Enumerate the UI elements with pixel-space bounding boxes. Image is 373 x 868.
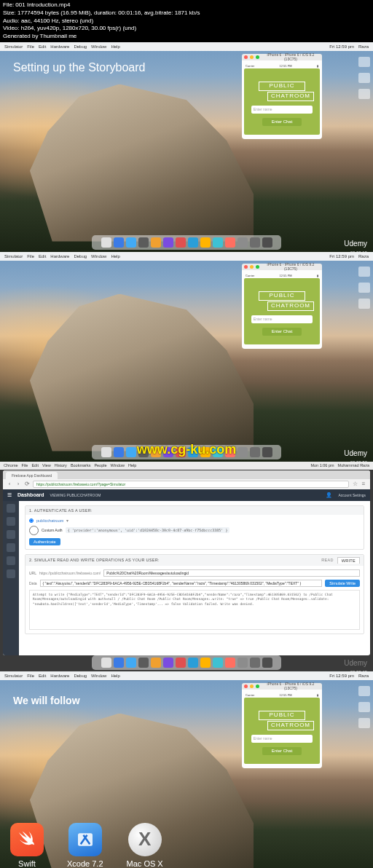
user-icon[interactable]: 👤	[326, 492, 332, 498]
menu-file[interactable]: File	[27, 44, 34, 49]
sidebar-item[interactable]	[7, 517, 15, 526]
enter-chat-button[interactable]: Enter Chat	[262, 328, 301, 336]
name-input[interactable]: Enter name	[251, 315, 313, 323]
sidebar-item[interactable]	[7, 530, 15, 539]
menu-debug[interactable]: Debug	[74, 254, 87, 259]
star-icon[interactable]: ☆	[352, 481, 358, 487]
desktop-file-icon[interactable]	[358, 267, 370, 277]
zoom-icon[interactable]	[256, 684, 259, 688]
zoom-icon[interactable]	[256, 55, 259, 59]
read-tab[interactable]: READ	[318, 557, 337, 563]
desktop-file-icon[interactable]	[358, 718, 370, 728]
dock-app-icon[interactable]	[188, 658, 198, 668]
dock-app-icon[interactable]	[101, 237, 111, 248]
dock-app-icon[interactable]	[262, 237, 272, 248]
dock-app-icon[interactable]	[237, 447, 248, 457]
dock-app-icon[interactable]	[200, 237, 211, 248]
back-icon[interactable]: ‹	[7, 481, 12, 487]
radio-input[interactable]	[29, 518, 34, 523]
dock-app-icon[interactable]	[114, 447, 124, 457]
dock-app-icon[interactable]	[126, 658, 136, 668]
dock-app-icon[interactable]	[237, 237, 248, 248]
menu-help[interactable]: Help	[111, 254, 119, 259]
dock-app-icon[interactable]	[101, 447, 111, 457]
menu-icon[interactable]: ≡	[361, 481, 366, 487]
radio-input[interactable]	[29, 526, 39, 535]
name-input[interactable]: Enter name	[251, 735, 313, 743]
dock-app-icon[interactable]	[200, 658, 211, 668]
dock-app-icon[interactable]	[151, 237, 161, 248]
menu-window[interactable]: Window	[91, 254, 106, 259]
desktop-file-icon[interactable]	[358, 702, 370, 712]
dock-app-icon[interactable]	[225, 237, 235, 248]
close-icon[interactable]	[244, 55, 248, 59]
mac-menubar[interactable]: Chrome File Edit View History Bookmarks …	[0, 462, 373, 470]
menu-app[interactable]: Simulator	[4, 674, 23, 678]
dock-app-icon[interactable]	[114, 658, 124, 668]
dock-app-icon[interactable]	[250, 447, 260, 457]
mac-menubar[interactable]: Simulator File Edit Hardware Debug Windo…	[0, 42, 373, 51]
url-input[interactable]: https://publicchatroom.firebaseio.com/?p…	[33, 481, 349, 488]
menu-edit[interactable]: Edit	[39, 674, 46, 678]
name-input[interactable]: Enter name	[251, 106, 313, 114]
account-settings-link[interactable]: Account Settings	[338, 493, 366, 497]
dock-app-icon[interactable]	[101, 658, 111, 668]
dock-app-icon[interactable]	[114, 237, 124, 248]
dock-app-icon[interactable]	[250, 237, 260, 248]
url-path-input[interactable]: Public%20Chat%20Room/Messages/autoloadin…	[103, 569, 360, 577]
dock-app-icon[interactable]	[163, 658, 173, 668]
dock-app-icon[interactable]	[163, 237, 173, 248]
ios-simulator-window[interactable]: iPhone 6 - iPhone 6 / iOS 9.2 (13C75) Ca…	[242, 54, 322, 139]
desktop-file-icon[interactable]	[358, 57, 370, 67]
minimize-icon[interactable]	[250, 265, 254, 269]
menu-people[interactable]: People	[94, 463, 106, 467]
menu-user[interactable]: Raza	[358, 254, 369, 259]
menu-debug[interactable]: Debug	[74, 44, 87, 49]
close-icon[interactable]	[244, 684, 248, 688]
simulator-titlebar[interactable]: iPhone 6 - iPhone 6 / iOS 9.2 (13C75)	[242, 683, 322, 690]
radio-publicchatroom[interactable]: publicchatroom ▾	[29, 518, 360, 523]
data-input[interactable]: { "text":"Aisuyuisu", "senderId":"DFC283…	[40, 580, 323, 587]
minimize-icon[interactable]	[250, 684, 254, 688]
chevron-down-icon[interactable]: ▾	[66, 518, 68, 523]
close-icon[interactable]	[244, 265, 248, 269]
menu-window[interactable]: Window	[91, 674, 106, 678]
dock-app-icon[interactable]	[213, 658, 223, 668]
menu-window[interactable]: Window	[91, 44, 106, 49]
mac-menubar[interactable]: Simulator File Edit Hardware Debug Windo…	[0, 252, 373, 261]
dock-app-icon[interactable]	[262, 447, 272, 457]
menu-hardware[interactable]: Hardware	[50, 674, 69, 678]
menu-file[interactable]: File	[27, 254, 34, 259]
menu-app[interactable]: Simulator	[4, 44, 23, 49]
authenticate-button[interactable]: Authenticate	[29, 538, 60, 545]
menu-help[interactable]: Help	[111, 44, 119, 49]
dock-app-icon[interactable]	[176, 658, 186, 668]
menu-file[interactable]: File	[22, 463, 28, 467]
menu-history[interactable]: History	[55, 463, 67, 467]
menu-bookmarks[interactable]: Bookmarks	[71, 463, 91, 467]
nav-hamburger-icon[interactable]: ☰	[7, 492, 12, 498]
mac-menubar[interactable]: Simulator File Edit Hardware Debug Windo…	[0, 671, 373, 680]
dock-app-icon[interactable]	[138, 658, 149, 668]
menu-view[interactable]: View	[42, 463, 51, 467]
dock-app-icon[interactable]	[225, 658, 235, 668]
simulate-write-button[interactable]: Simulate Write	[325, 580, 360, 587]
menu-edit[interactable]: Edit	[31, 463, 38, 467]
sidebar-item[interactable]	[7, 569, 15, 578]
menu-edit[interactable]: Edit	[39, 254, 46, 259]
menu-hardware[interactable]: Hardware	[50, 254, 69, 259]
ios-simulator-window[interactable]: iPhone 6 - iPhone 6 / iOS 9.2 (13C75) Ca…	[242, 264, 322, 349]
dock-app-icon[interactable]	[126, 237, 136, 248]
desktop-file-icon[interactable]	[358, 299, 370, 309]
dock-app-icon[interactable]	[237, 658, 248, 668]
browser-tab[interactable]: Firebase App Dashboard	[6, 472, 58, 479]
tab-strip[interactable]: Firebase App Dashboard	[3, 470, 370, 479]
menu-debug[interactable]: Debug	[74, 674, 87, 678]
dock-app-icon[interactable]	[151, 658, 161, 668]
menu-window[interactable]: Window	[111, 463, 125, 467]
desktop-file-icon[interactable]	[358, 73, 370, 83]
minimize-icon[interactable]	[250, 55, 254, 59]
zoom-icon[interactable]	[256, 265, 259, 269]
forward-icon[interactable]: ›	[15, 481, 21, 487]
dock-app-icon[interactable]	[176, 237, 186, 248]
